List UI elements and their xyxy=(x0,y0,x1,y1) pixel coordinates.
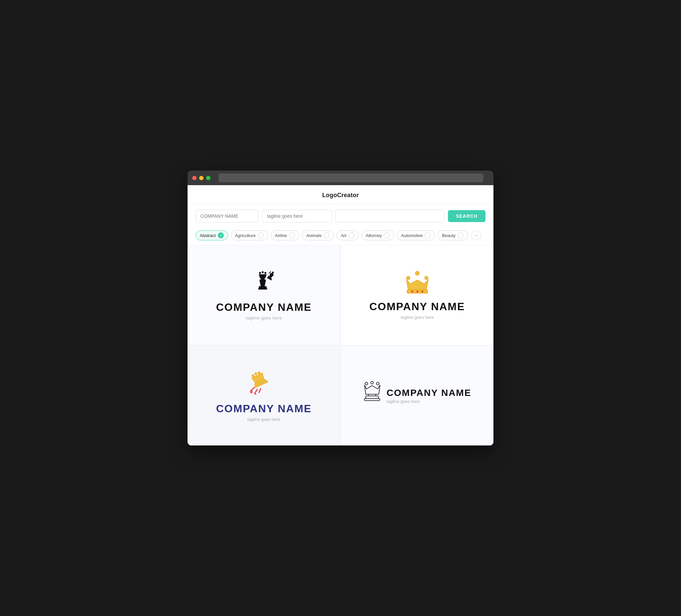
chess-piece-falling-colored-icon xyxy=(247,369,281,401)
logo2-tagline: tagline goes here xyxy=(401,315,434,320)
browser-window: LogoCreator SEARCH Abstract ✓ Agricultur… xyxy=(187,171,494,445)
app-body: LogoCreator SEARCH Abstract ✓ Agricultur… xyxy=(187,185,494,445)
svg-rect-34 xyxy=(366,396,378,399)
logo-card-4[interactable]: COMPANY NAME tagline goes here xyxy=(341,346,494,445)
filter-next-button[interactable]: → xyxy=(471,230,481,240)
filter-check-automotive xyxy=(425,232,431,238)
filter-label-animals: Animals xyxy=(306,233,322,238)
address-bar[interactable] xyxy=(219,174,483,182)
filter-chip-agriculture[interactable]: Agriculture xyxy=(231,230,268,240)
svg-rect-35 xyxy=(364,399,380,401)
logo-card-3[interactable]: COMPANY NAME tagline goes here xyxy=(187,346,340,445)
svg-rect-5 xyxy=(258,288,267,289)
app-title: LogoCreator xyxy=(322,192,359,199)
logo1-tagline: tagline goes here xyxy=(246,315,282,320)
filter-check-art xyxy=(349,232,354,238)
titlebar xyxy=(187,171,494,185)
filter-check-attorney xyxy=(384,232,390,238)
svg-line-26 xyxy=(255,389,257,393)
filter-chip-art[interactable]: Art xyxy=(336,230,359,240)
filter-label-agriculture: Agriculture xyxy=(235,233,256,238)
svg-point-18 xyxy=(416,290,418,292)
filter-label-automotive: Automotive xyxy=(401,233,423,238)
svg-rect-4 xyxy=(259,286,267,288)
logo1-company-name: COMPANY NAME xyxy=(216,301,312,313)
logo3-tagline: tagline goes here xyxy=(247,417,281,422)
logo4-tagline: tagline goes here xyxy=(387,399,472,404)
svg-line-27 xyxy=(259,389,261,393)
logo-card-2[interactable]: COMPANY NAME tagline goes here xyxy=(341,245,494,345)
svg-point-1 xyxy=(262,271,264,273)
svg-line-25 xyxy=(251,388,254,391)
filter-check-animals xyxy=(324,232,330,238)
filter-chip-animals[interactable]: Animals xyxy=(302,230,334,240)
minimize-button[interactable] xyxy=(199,176,203,180)
search-bar: SEARCH xyxy=(187,204,494,227)
company-name-input[interactable] xyxy=(196,210,259,223)
filter-check-beauty xyxy=(457,232,463,238)
svg-point-15 xyxy=(425,276,428,280)
svg-point-2 xyxy=(264,272,266,274)
filter-label-airline: Airline xyxy=(275,233,287,238)
svg-point-31 xyxy=(371,381,373,384)
svg-point-30 xyxy=(365,382,368,385)
filter-label-art: Art xyxy=(341,233,347,238)
filter-check-agriculture xyxy=(258,232,264,238)
svg-point-32 xyxy=(376,382,379,385)
filter-chip-beauty[interactable]: Beauty xyxy=(437,230,468,240)
filter-label-beauty: Beauty xyxy=(442,233,455,238)
tagline-input[interactable] xyxy=(262,210,332,223)
logo-card-1[interactable]: COMPANY NAME tagline goes here xyxy=(187,245,340,345)
chess-pieces-black-icon xyxy=(247,270,281,298)
crown-colored-icon xyxy=(402,271,432,299)
filter-chip-automotive[interactable]: Automotive xyxy=(397,230,435,240)
filter-label-abstract: Abstract xyxy=(200,233,216,238)
filter-label-attorney: Attorney xyxy=(366,233,382,238)
logo4-company-name: COMPANY NAME xyxy=(387,388,472,398)
svg-point-19 xyxy=(421,290,423,292)
svg-point-13 xyxy=(415,271,419,275)
logo4-container: COMPANY NAME tagline goes here xyxy=(363,382,472,410)
filter-chip-attorney[interactable]: Attorney xyxy=(361,230,394,240)
svg-point-29 xyxy=(254,393,256,395)
filter-check-abstract: ✓ xyxy=(218,232,224,238)
logo-grid: COMPANY NAME tagline goes here xyxy=(187,245,494,445)
logo2-container: COMPANY NAME tagline goes here xyxy=(370,271,465,320)
search-button[interactable]: SEARCH xyxy=(448,210,485,222)
filter-bar: Abstract ✓ Agriculture Airline Animals A… xyxy=(187,227,494,245)
logo4-text-block: COMPANY NAME tagline goes here xyxy=(387,388,472,404)
svg-point-0 xyxy=(259,272,261,274)
svg-point-17 xyxy=(411,290,413,292)
close-button[interactable] xyxy=(192,176,197,180)
filter-check-airline xyxy=(289,232,295,238)
svg-point-28 xyxy=(250,391,253,393)
svg-point-21 xyxy=(254,372,257,375)
filter-chip-abstract[interactable]: Abstract ✓ xyxy=(196,230,228,240)
maximize-button[interactable] xyxy=(206,176,210,180)
logo3-company-name: COMPANY NAME xyxy=(216,403,312,415)
logo1-container: COMPANY NAME tagline goes here xyxy=(216,270,312,320)
logo3-container: COMPANY NAME tagline goes here xyxy=(216,369,312,422)
chess-queen-outline-icon xyxy=(363,382,381,410)
logo2-company-name: COMPANY NAME xyxy=(370,301,465,313)
svg-point-14 xyxy=(407,276,410,280)
svg-rect-3 xyxy=(261,278,265,280)
extra-input[interactable] xyxy=(335,210,445,223)
filter-chip-airline[interactable]: Airline xyxy=(271,230,299,240)
app-header: LogoCreator xyxy=(187,185,494,204)
